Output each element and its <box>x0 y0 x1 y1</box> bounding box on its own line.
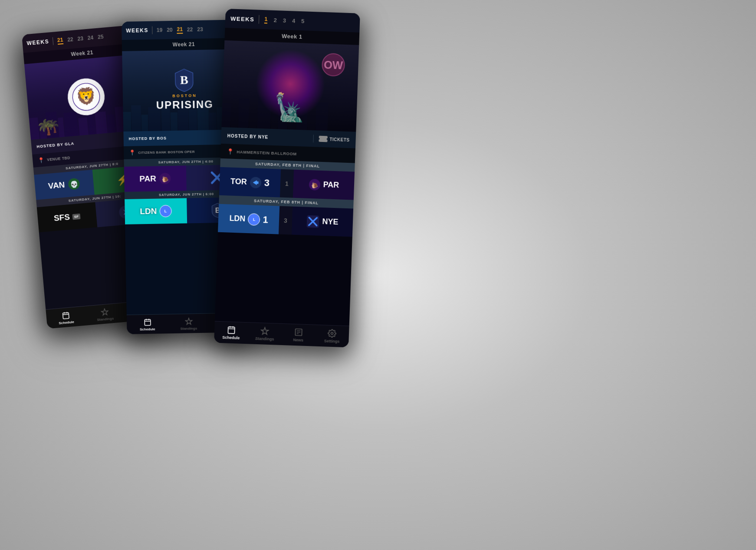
week-22[interactable]: 22 <box>67 36 74 43</box>
svg-text:🐌: 🐌 <box>311 181 319 189</box>
nav-settings-right[interactable]: Settings <box>315 329 349 344</box>
week-23[interactable]: 23 <box>77 36 84 42</box>
svg-text:💀: 💀 <box>69 180 78 189</box>
team-tor: TOR <box>230 177 247 187</box>
score-nye: 3 <box>284 217 287 224</box>
van-icon: 💀 <box>67 177 81 191</box>
week-21[interactable]: 21 <box>57 36 63 44</box>
svg-point-45 <box>331 332 333 334</box>
score-tor: 3 <box>264 177 270 188</box>
nav-schedule-mid[interactable]: Schedule <box>127 318 168 332</box>
team-van: VAN <box>48 180 65 191</box>
score-row-2: LDN L 1 3 NYE <box>218 204 353 237</box>
nav-standings-mid[interactable]: Standings <box>168 317 210 331</box>
weeks-label: WEEKS <box>26 39 49 46</box>
venue-bos: CITIZENS BANK BOSTON OPER <box>138 150 195 155</box>
team-nye-r: NYE <box>322 217 339 227</box>
lion-logo: 🦁 <box>71 82 101 112</box>
svg-text:🦁: 🦁 <box>75 86 98 107</box>
week-2-right[interactable]: 2 <box>273 16 277 23</box>
nav-label-schedule-right: Schedule <box>222 335 240 340</box>
svg-rect-21 <box>145 319 151 326</box>
venue-nye: HAMMERSTEIN BALLROOM <box>237 149 297 156</box>
team-ldn: LDN <box>140 207 157 217</box>
boston-uprising-logo: B BOSTON UPRISING <box>155 69 214 111</box>
svg-line-8 <box>63 314 69 315</box>
nav-standings-left[interactable]: Standings <box>85 306 125 323</box>
nav-label-standings-mid: Standings <box>180 326 197 331</box>
nav-label-standings: Standings <box>97 316 114 322</box>
team-par: PAR <box>139 174 156 184</box>
bottom-nav-right: Schedule Standings News Settings <box>214 321 349 348</box>
weeks-label-mid: WEEKS <box>126 27 148 34</box>
week-4-right[interactable]: 4 <box>292 17 296 24</box>
week-20-mid[interactable]: 20 <box>167 27 173 33</box>
svg-rect-7 <box>62 313 69 319</box>
week-3-right[interactable]: 3 <box>283 17 286 23</box>
team-lnd-r: LDN <box>229 214 246 224</box>
hosted-by-nye: HOSTED BY NYE <box>227 133 308 141</box>
week-24[interactable]: 24 <box>87 35 94 41</box>
week-19-mid[interactable]: 19 <box>157 27 163 33</box>
svg-rect-37 <box>228 327 235 334</box>
venue-gla: VENUE TBD <box>47 155 70 162</box>
score-lnd: 1 <box>263 214 268 225</box>
nav-standings-right[interactable]: Standings <box>248 326 282 342</box>
nav-label-settings-right: Settings <box>324 339 340 343</box>
weeks-label-right: WEEKS <box>230 15 255 23</box>
nav-label-schedule: Schedule <box>59 320 74 325</box>
nav-news-right[interactable]: News <box>281 327 316 343</box>
score-row-1: TOR 3 1 🐌 PAR <box>219 167 355 200</box>
week-1-right[interactable]: 1 <box>264 16 268 23</box>
week-22-mid[interactable]: 22 <box>187 26 193 33</box>
team-par-r: PAR <box>323 180 339 190</box>
svg-text:🐌: 🐌 <box>161 175 169 183</box>
hero-right: 🗽 OW <box>221 40 359 132</box>
svg-text:OW: OW <box>324 59 344 72</box>
nav-label-schedule-mid: Schedule <box>140 327 155 332</box>
week-25[interactable]: 25 <box>98 34 104 40</box>
uprising-large: UPRISING <box>156 98 214 111</box>
nav-schedule-right[interactable]: Schedule <box>214 325 248 341</box>
tickets-right[interactable]: TICKETS <box>319 136 350 143</box>
nav-label-standings-right: Standings <box>255 336 274 342</box>
nav-label-news-right: News <box>293 338 303 343</box>
week-21-mid[interactable]: 21 <box>177 26 183 33</box>
team-sfs: SFS <box>53 212 70 223</box>
score-par: 1 <box>285 180 289 187</box>
hosted-by-bos: HOSTED BY BOS <box>129 135 224 141</box>
week-23-mid[interactable]: 23 <box>197 26 203 33</box>
week-5-right[interactable]: 5 <box>301 18 305 24</box>
tickets-label: TICKETS <box>329 137 350 142</box>
boston-small: BOSTON <box>156 93 213 98</box>
svg-line-38 <box>228 329 235 329</box>
svg-text:B: B <box>180 73 189 86</box>
nav-schedule-left[interactable]: Schedule <box>46 310 86 326</box>
